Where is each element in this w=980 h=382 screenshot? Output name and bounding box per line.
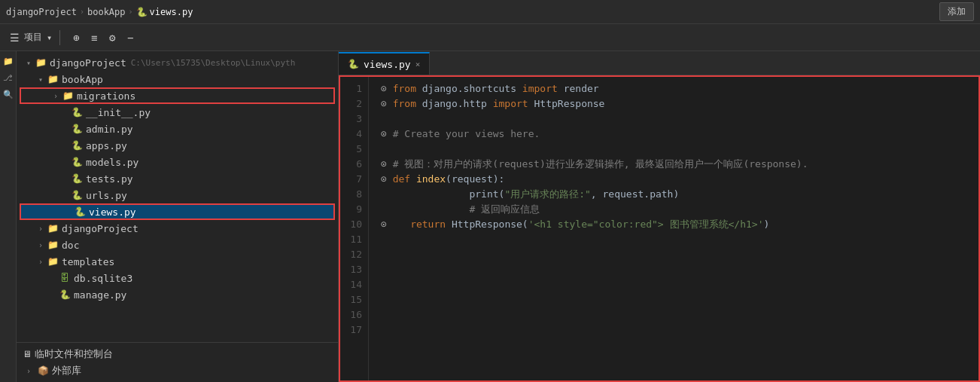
tree-item-admin[interactable]: 🐍 admin.py	[17, 121, 338, 137]
code-line-15	[381, 292, 980, 307]
code-line-7: ⊙ def index(request):	[381, 172, 980, 187]
label-admin: admin.py	[86, 124, 133, 135]
tree-item-djangoproject[interactable]: ▾ 📁 djangoProject C:\Users\15735\Desktop…	[17, 54, 338, 71]
label-migrations: migrations	[77, 90, 135, 102]
settings-icon[interactable]: ⚙	[104, 29, 120, 46]
code-line-6: ⊙ # 视图：对用户的请求(request)进行业务逻辑操作, 最终返回给用户一…	[381, 157, 980, 172]
code-line-14	[381, 277, 980, 292]
python-icon-manage: 🐍	[59, 289, 71, 301]
linenum-2: 2	[339, 96, 368, 112]
file-tree-panel: ▾ 📁 djangoProject C:\Users\15735\Desktop…	[17, 51, 338, 382]
bottom-section: 🖥 临时文件和控制台 › 📦 外部库	[17, 342, 338, 382]
search-side-icon[interactable]: 🔍	[2, 87, 15, 101]
add-button[interactable]: 添加	[939, 2, 974, 21]
tree-item-views[interactable]: 🐍 views.py	[20, 203, 335, 220]
label-temp: 临时文件和控制台	[35, 347, 113, 361]
tree-item-templates[interactable]: › 📁 templates	[17, 253, 338, 270]
code-line-8: print("用户请求的路径:", request.path)	[381, 187, 980, 202]
bottom-item-temp[interactable]: 🖥 临时文件和控制台	[17, 346, 338, 362]
git-icon[interactable]: ⎇	[2, 71, 15, 84]
editor-area: 🐍 views.py × 1 2 3 4 5 6 7 8 9 10 11 12	[339, 51, 980, 382]
arrow-djangoproject: ▾	[23, 59, 35, 67]
label-doc: doc	[62, 240, 79, 251]
collapse-icon[interactable]: ≡	[86, 29, 102, 46]
breadcrumb-djangoproject[interactable]: djangoProject	[6, 7, 77, 17]
tab-python-icon: 🐍	[348, 59, 359, 69]
python-icon-urls: 🐍	[71, 189, 83, 201]
arrow-djangoproject2: ›	[35, 225, 47, 233]
linenum-7: 7	[339, 172, 368, 187]
folder-icon[interactable]: 📁	[2, 54, 15, 68]
label-tests: tests.py	[86, 173, 133, 185]
expand-icon: ☰	[6, 29, 23, 46]
code-line-4: ⊙ # Create your views here.	[381, 127, 980, 142]
arrow-doc: ›	[35, 241, 47, 249]
left-icons-panel: 📁 ⎇ 🔍	[0, 51, 17, 382]
code-line-9: # 返回响应信息	[381, 202, 980, 217]
code-content[interactable]: ⊙ from django.shortcuts import render ⊙ …	[369, 75, 980, 382]
python-icon-views: 🐍	[74, 206, 86, 218]
add-folder-icon[interactable]: ⊕	[68, 29, 84, 46]
arrow-templates: ›	[35, 258, 47, 266]
title-bar: djangoProject › bookApp › 🐍views.py 添加	[0, 0, 980, 24]
breadcrumb-views[interactable]: 🐍views.py	[136, 7, 193, 17]
label-init: __init__.py	[86, 107, 151, 118]
tree-item-manage[interactable]: 🐍 manage.py	[17, 286, 338, 303]
folder-icon-migrations: 📁	[62, 90, 74, 102]
toolbar: ☰ 项目 ▾ ⊕ ≡ ⚙ −	[0, 24, 980, 51]
project-label: 项目	[24, 31, 42, 44]
linenum-1: 1	[339, 81, 368, 96]
code-line-11	[381, 232, 980, 247]
code-line-5	[381, 142, 980, 157]
toolbar-divider-1	[59, 30, 60, 45]
tree-item-init[interactable]: 🐍 __init__.py	[17, 104, 338, 121]
db-icon: 🗄	[59, 272, 71, 284]
line-numbers: 1 2 3 4 5 6 7 8 9 10 11 12 13 14 15 16 1…	[339, 75, 369, 382]
label-models: models.py	[86, 157, 138, 168]
code-line-2: ⊙ from django.http import HttpResponse	[381, 96, 980, 112]
tree-item-tests[interactable]: 🐍 tests.py	[17, 170, 338, 187]
linenum-6: 6	[339, 157, 368, 172]
folder-icon-templates: 📁	[47, 255, 59, 267]
tree-item-db[interactable]: 🗄 db.sqlite3	[17, 270, 338, 286]
linenum-12: 12	[339, 247, 368, 262]
linenum-14: 14	[339, 277, 368, 292]
linenum-15: 15	[339, 292, 368, 307]
label-templates: templates	[62, 256, 114, 267]
label-db: db.sqlite3	[74, 273, 132, 284]
tree-item-apps[interactable]: 🐍 apps.py	[17, 137, 338, 154]
path-djangoproject: C:\Users\15735\Desktop\Linux\pyth	[131, 58, 296, 68]
linenum-8: 8	[339, 187, 368, 202]
tree-item-models[interactable]: 🐍 models.py	[17, 154, 338, 170]
breadcrumb: djangoProject › bookApp › 🐍views.py	[6, 7, 193, 17]
tab-close-button[interactable]: ×	[415, 60, 421, 69]
file-tree: ▾ 📁 djangoProject C:\Users\15735\Desktop…	[17, 51, 338, 342]
tree-item-doc[interactable]: › 📁 doc	[17, 237, 338, 253]
code-line-3	[381, 112, 980, 127]
folder-icon-doc: 📁	[47, 239, 59, 251]
editor-tab-views[interactable]: 🐍 views.py ×	[339, 52, 430, 75]
code-line-12	[381, 247, 980, 262]
python-icon-admin: 🐍	[71, 123, 83, 135]
python-icon-apps: 🐍	[71, 139, 83, 151]
folder-icon-djangoproject2: 📁	[47, 222, 59, 234]
minimize-icon[interactable]: −	[122, 29, 138, 46]
tree-item-bookapp[interactable]: ▾ 📁 bookApp	[17, 71, 338, 87]
code-line-16	[381, 307, 980, 322]
breadcrumb-bookapp[interactable]: bookApp	[87, 7, 126, 17]
label-apps: apps.py	[86, 140, 127, 151]
tree-item-migrations[interactable]: › 📁 migrations	[20, 87, 335, 104]
toolbar-left: ☰ 项目 ▾	[6, 29, 52, 46]
label-djangoproject: djangoProject	[50, 57, 126, 69]
arrow-external: ›	[23, 367, 35, 375]
linenum-10: 10	[339, 217, 368, 232]
editor-tabs: 🐍 views.py ×	[339, 51, 980, 75]
tree-item-urls[interactable]: 🐍 urls.py	[17, 187, 338, 203]
tree-item-djangoproject2[interactable]: › 📁 djangoProject	[17, 220, 338, 237]
label-bookapp: bookApp	[62, 74, 103, 85]
code-line-13	[381, 262, 980, 277]
arrow-bookapp: ▾	[35, 75, 47, 84]
project-dropdown[interactable]: ▾	[47, 32, 52, 43]
bottom-item-external[interactable]: › 📦 外部库	[17, 362, 338, 379]
python-icon-models: 🐍	[71, 156, 83, 168]
